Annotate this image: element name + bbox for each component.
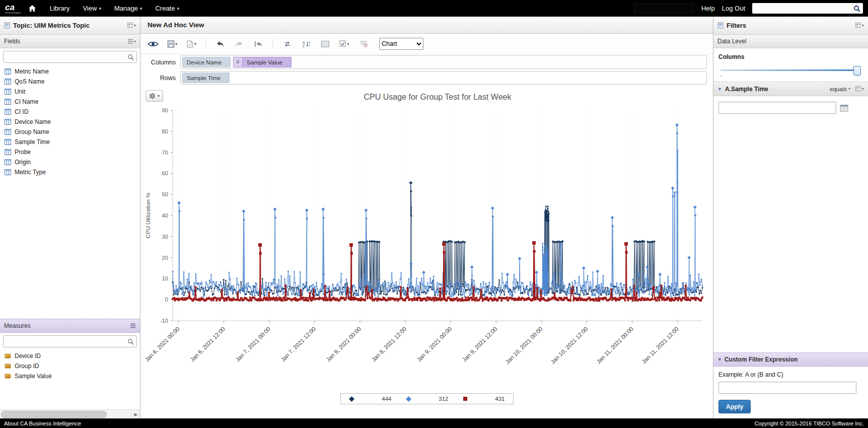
save-button[interactable]: ▾ xyxy=(165,37,180,50)
measure-icon xyxy=(5,353,11,359)
visualization-type-select[interactable]: Chart xyxy=(379,38,423,50)
export-button[interactable]: ▾ xyxy=(184,37,199,50)
rows-shelf-label: Rows xyxy=(147,75,176,82)
nav-item-create[interactable]: Create▾ xyxy=(149,0,186,17)
search-icon[interactable] xyxy=(127,54,134,60)
toolbar-separator xyxy=(205,38,206,49)
field-item-origin[interactable]: Origin xyxy=(0,157,140,167)
operator-dropdown[interactable]: equals ▾ xyxy=(830,86,850,92)
legend-item-444[interactable]: 444 xyxy=(349,396,392,402)
field-item-probe[interactable]: Probe xyxy=(0,147,140,157)
topic-sidebar: Topic: UIM Metrics Topic ▾ Fields ▾ xyxy=(0,17,140,418)
pill-sample-value[interactable]: #Sample Value xyxy=(233,57,292,67)
field-item-ci-id[interactable]: CI ID xyxy=(0,107,140,117)
measures-search-input[interactable] xyxy=(6,337,127,345)
filter-sample-time-header[interactable]: ▼ A.Sample Time equals ▾ ▾ xyxy=(713,82,868,96)
operator-value: equals xyxy=(830,86,847,92)
titles-button[interactable] xyxy=(318,37,333,50)
help-link[interactable]: Help xyxy=(701,5,715,12)
pill-device-name[interactable]: Device Name xyxy=(182,57,231,67)
field-item-sample-time[interactable]: Sample Time xyxy=(0,137,140,147)
legend-item-312[interactable]: 312 xyxy=(406,396,449,402)
topic-header: Topic: UIM Metrics Topic ▾ xyxy=(0,17,140,35)
measure-item-device-id[interactable]: Device ID xyxy=(0,351,140,361)
pill-sample-time[interactable]: Sample Time xyxy=(182,73,230,83)
rows-dropzone[interactable]: Sample Time xyxy=(180,71,707,85)
columns-dropzone[interactable]: Device Name#Sample Value xyxy=(180,55,707,69)
calendar-button[interactable] xyxy=(840,104,848,112)
svg-text:50: 50 xyxy=(162,191,168,197)
sort-button[interactable]: AZ xyxy=(299,37,314,50)
svg-text:Jan 6, 2021 12:00: Jan 6, 2021 12:00 xyxy=(189,326,226,363)
svg-text:Jan 7, 2021 00:00: Jan 7, 2021 00:00 xyxy=(234,326,271,363)
chart-settings-button[interactable]: ▾ xyxy=(146,90,163,102)
scrollbar-thumb[interactable] xyxy=(1,411,107,418)
topic-menu-button[interactable]: ▾ xyxy=(127,23,136,28)
nav-item-manage[interactable]: Manage▾ xyxy=(108,0,149,17)
svg-text:Jan 6, 2021 00:00: Jan 6, 2021 00:00 xyxy=(143,326,181,363)
filters-menu-button[interactable]: ▾ xyxy=(855,23,864,28)
sidebar-hscrollbar[interactable]: ▶ xyxy=(0,409,140,418)
sample-time-input[interactable] xyxy=(718,102,836,114)
collapse-triangle-icon[interactable]: ▼ xyxy=(717,357,722,362)
search-icon[interactable] xyxy=(853,5,860,12)
field-item-metric-name[interactable]: Metric Name xyxy=(0,66,140,77)
view-titlebar: New Ad Hoc View xyxy=(140,17,713,34)
fields-search-input[interactable] xyxy=(6,53,127,61)
custom-filter-example: Example: A or (B and C) xyxy=(713,367,868,379)
topic-title: Topic: UIM Metrics Topic xyxy=(13,22,124,29)
measure-item-group-id[interactable]: Group ID xyxy=(0,361,140,371)
svg-text:80: 80 xyxy=(162,128,168,134)
hide-data-button[interactable] xyxy=(356,37,371,50)
chevron-down-icon: ▾ xyxy=(194,42,196,46)
field-item-ci-name[interactable]: CI Name xyxy=(0,97,140,107)
measures-menu-button[interactable] xyxy=(130,323,136,328)
scrollbar-right-arrow[interactable]: ▶ xyxy=(131,412,140,417)
undo-all-button[interactable] xyxy=(251,37,266,50)
field-icon xyxy=(5,79,11,85)
pill-label: Device Name xyxy=(183,59,230,65)
nav-item-view[interactable]: View▾ xyxy=(76,0,107,17)
slider-track[interactable] xyxy=(720,69,861,71)
logout-link[interactable]: Log Out xyxy=(722,5,745,12)
table-icon xyxy=(321,41,329,47)
calendar-icon xyxy=(840,104,848,112)
panel-menu-icon xyxy=(127,23,133,28)
redo-button[interactable] xyxy=(232,37,247,50)
fields-menu-button[interactable]: ▾ xyxy=(127,39,136,44)
measures-search-box xyxy=(3,335,137,347)
input-controls-button[interactable]: ▾ xyxy=(337,37,352,50)
undo-button[interactable] xyxy=(212,37,228,50)
custom-filter-input[interactable] xyxy=(718,382,856,394)
svg-text:Jan 11, 2021 00:00: Jan 11, 2021 00:00 xyxy=(595,326,634,365)
field-icon xyxy=(5,129,11,135)
custom-filter-header[interactable]: ▼ Custom Filter Expression xyxy=(713,352,868,367)
panel-menu-icon xyxy=(855,23,861,28)
field-item-metric-type[interactable]: Metric Type xyxy=(0,167,140,177)
switch-groups-button[interactable] xyxy=(279,37,295,50)
field-item-label: CI ID xyxy=(15,108,28,115)
measure-item-sample-value[interactable]: Sample Value xyxy=(0,371,140,381)
ca-logo[interactable]: ca technologies xyxy=(5,3,21,14)
filter-menu-button[interactable]: ▾ xyxy=(855,86,864,92)
legend-item-431[interactable]: 431 xyxy=(463,396,505,402)
about-link[interactable]: About CA Business Intelligence xyxy=(4,420,81,426)
field-item-qos-name[interactable]: QoS Name xyxy=(0,77,140,87)
slider-handle[interactable] xyxy=(853,66,861,76)
field-item-device-name[interactable]: Device Name xyxy=(0,117,140,127)
nav-item-library[interactable]: Library xyxy=(43,0,77,17)
field-item-unit[interactable]: Unit xyxy=(0,87,140,97)
data-level-slider[interactable] xyxy=(720,64,861,79)
home-button[interactable] xyxy=(28,5,36,12)
global-search-input[interactable] xyxy=(756,4,853,13)
preview-button[interactable] xyxy=(146,37,161,50)
apply-button[interactable]: Apply xyxy=(718,400,751,413)
cpu-usage-chart[interactable]: CPU Usage for Group Test for Last WeekCP… xyxy=(142,87,711,392)
field-icon xyxy=(5,99,11,105)
svg-text:Z: Z xyxy=(303,44,305,48)
fields-search-box xyxy=(3,51,137,63)
collapse-triangle-icon[interactable]: ▼ xyxy=(717,87,722,92)
field-item-group-name[interactable]: Group Name xyxy=(0,127,140,137)
redacted-username xyxy=(634,4,694,13)
search-icon[interactable] xyxy=(127,338,134,345)
